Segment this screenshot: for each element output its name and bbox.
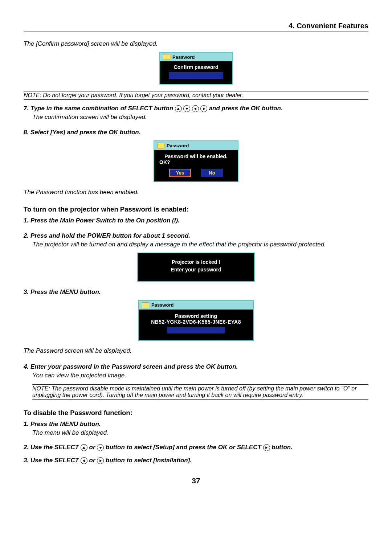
dialog-box: Projector is locked ! Enter your passwor… — [137, 253, 255, 282]
turnon-step-2-lead: 2. Press and hold the POWER button for a… — [24, 232, 368, 239]
disable-step-2: 2. Use the SELECT or button to select [S… — [24, 444, 368, 451]
arrow-group — [175, 105, 207, 112]
intro-text: The [Confirm password] screen will be di… — [24, 40, 368, 48]
header-bar: 4. Convenient Features — [24, 22, 368, 32]
step-8-lead: 8. Select [Yes] and press the OK button. — [24, 129, 140, 136]
arrow-down-icon — [97, 444, 104, 451]
step-7-sub: The confirmation screen will be displaye… — [32, 114, 368, 121]
dialog-label: Confirm password — [166, 64, 226, 70]
password-enabled-text: The Password function has been enabled. — [24, 189, 368, 196]
dialog-line1: Password will be enabled. — [159, 153, 233, 159]
dialog-body: Confirm password — [160, 61, 232, 84]
arrow-right-icon — [200, 105, 207, 112]
turnon-step-3: 3. Press the MENU button. — [24, 288, 368, 296]
yes-button[interactable]: Yes — [169, 169, 191, 177]
turnon-step-2-sub: The projector will be turned on and disp… — [32, 241, 368, 248]
dialog-confirm-password: Password Confirm password — [24, 52, 368, 85]
dialog-box: Password Confirm password — [159, 52, 233, 85]
dialog-title: Password — [167, 143, 189, 148]
no-button[interactable]: No — [201, 169, 223, 177]
disable-step-3-b: or — [89, 457, 97, 464]
dialog-body: Projector is locked ! Enter your passwor… — [138, 253, 254, 281]
disable-step-1-lead: 1. Press the MENU button. — [24, 421, 368, 428]
step-8: 8. Select [Yes] and press the OK button. — [24, 129, 368, 136]
turnon-step-4-lead: 4. Enter your password in the Password s… — [24, 363, 368, 370]
dialog-box: Password Password will be enabled. OK? Y… — [154, 140, 238, 182]
disable-step-3-a: 3. Use the SELECT — [24, 457, 81, 464]
dialog-body: Password will be enabled. OK? Yes No — [154, 150, 238, 181]
dialog-locked: Projector is locked ! Enter your passwor… — [24, 253, 368, 282]
disable-step-2-b: or — [89, 444, 97, 451]
disable-step-2-c: button to select [Setup] and press the O… — [106, 444, 263, 451]
note-forget-password: NOTE: Do not forget your password. If yo… — [24, 91, 368, 100]
disable-step-2-a: 2. Use the SELECT — [24, 444, 81, 451]
locked-line2: Enter your password — [144, 266, 248, 273]
arrow-right-icon — [97, 457, 104, 464]
disable-step-3: 3. Use the SELECT or button to select [I… — [24, 457, 368, 464]
dialog-line2: OK? — [159, 159, 233, 165]
page-number: 37 — [24, 476, 368, 485]
arrow-down-icon — [183, 105, 190, 112]
arrow-right-icon — [263, 444, 270, 451]
note-disable-mode: NOTE: The password disable mode is maint… — [32, 384, 368, 400]
turnon-step-1: 1. Press the Main Power Switch to the On… — [24, 217, 368, 224]
heading-turn-on: To turn on the projector when Password i… — [24, 205, 368, 213]
turnon-step-4-sub: You can view the projected image. — [32, 372, 368, 379]
setting-code: NB52-YGK8-2VD6-K585-JNE6-EYA8 — [143, 319, 249, 325]
arrow-up-icon — [175, 105, 182, 112]
dialog-titlebar: Password — [154, 141, 238, 150]
turnon-step-4: 4. Enter your password in the Password s… — [24, 363, 368, 379]
dialog-title: Password — [172, 54, 195, 60]
disable-step-1-sub: The menu will be displayed. — [32, 429, 368, 437]
step-7-lead: 7. Type in the same combination of SELEC… — [24, 105, 175, 112]
dialog-box: Password Password setting NB52-YGK8-2VD6… — [138, 300, 254, 341]
heading-disable: To disable the Password function: — [24, 409, 368, 417]
disable-step-2-d: button. — [271, 444, 293, 451]
key-icon — [163, 54, 170, 60]
key-icon — [142, 302, 149, 308]
dialog-titlebar: Password — [160, 53, 232, 61]
password-screen-text: The Password screen will be displayed. — [24, 347, 368, 355]
arrow-left-icon — [192, 105, 199, 112]
arrow-up-icon — [81, 444, 87, 451]
page: 4. Convenient Features The [Confirm pass… — [0, 0, 392, 500]
setting-label: Password setting — [143, 313, 249, 319]
disable-step-3-c: button to select [Installation]. — [106, 457, 192, 464]
arrow-left-icon — [81, 457, 87, 464]
step-7: 7. Type in the same combination of SELEC… — [24, 105, 368, 121]
step-7-trail: and press the OK button. — [209, 105, 283, 112]
password-input[interactable] — [167, 327, 225, 333]
dialog-enable-confirm: Password Password will be enabled. OK? Y… — [24, 140, 368, 182]
turnon-step-2: 2. Press and hold the POWER button for a… — [24, 232, 368, 248]
locked-line1: Projector is locked ! — [144, 258, 248, 266]
dialog-password-setting: Password Password setting NB52-YGK8-2VD6… — [24, 300, 368, 341]
disable-step-1: 1. Press the MENU button. The menu will … — [24, 421, 368, 437]
dialog-body: Password setting NB52-YGK8-2VD6-K585-JNE… — [139, 310, 253, 340]
key-icon — [157, 143, 164, 148]
dialog-titlebar: Password — [139, 301, 253, 310]
dialog-title: Password — [151, 302, 173, 308]
button-row: Yes No — [159, 169, 233, 177]
password-input[interactable] — [169, 72, 223, 79]
section-title: 4. Convenient Features — [289, 22, 368, 30]
